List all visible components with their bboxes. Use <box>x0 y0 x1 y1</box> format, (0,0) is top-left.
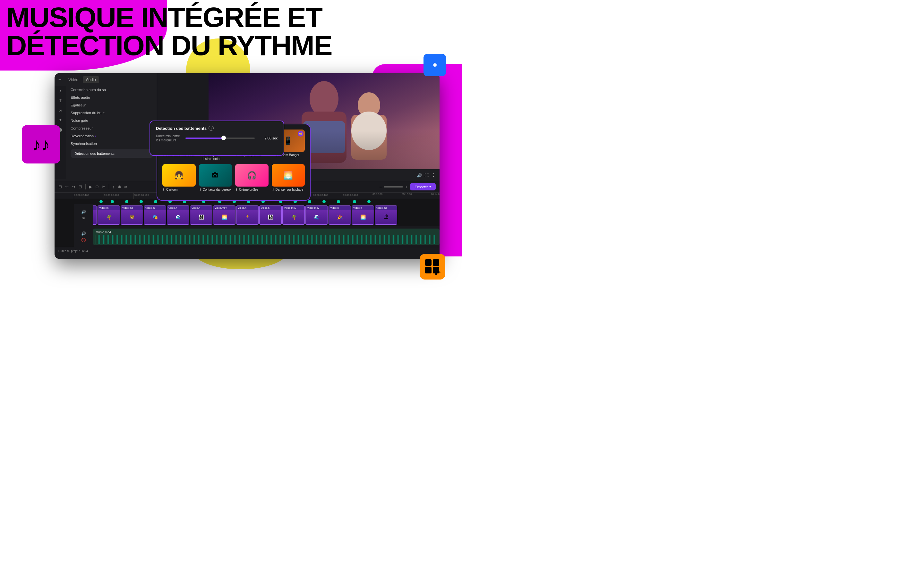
beat-slider-track[interactable] <box>186 137 255 139</box>
menu-egaliseur[interactable]: Égaliseur <box>66 101 157 109</box>
clip-8-label: Video.n <box>236 206 258 210</box>
volume-icon[interactable]: 🔊 <box>417 173 422 177</box>
cursor-tool-icon[interactable]: ▶ <box>89 184 92 189</box>
audio-volume-icon[interactable]: 🔊 <box>81 231 86 236</box>
zoom-in-button[interactable]: + <box>405 184 407 189</box>
track-container: 🔊 👁 Videc🏠 Video.m🌴 Video.mc🦁 Video.m🎭 V… <box>55 199 439 248</box>
track-danser[interactable]: 🌅 ⬇ Danser sur la plage <box>272 164 305 192</box>
clip-12-label: Video.n <box>329 206 351 210</box>
beat-detection-panel: Détection des battements i Durée min. en… <box>150 121 284 156</box>
track-danser-label: ⬇ Danser sur la plage <box>272 188 305 192</box>
note-sidebar-icon[interactable]: ♪ <box>59 89 61 93</box>
cut-tool-icon[interactable]: ✂ <box>102 184 105 189</box>
clip-3-label: Video.mc <box>121 206 143 210</box>
svg-rect-9 <box>425 267 431 274</box>
tab-video[interactable]: Vidéo <box>65 76 81 83</box>
track-cartoon-thumb: 👧 <box>162 164 196 187</box>
clip-5-label: Video.n <box>167 206 189 210</box>
beat-slider-thumb[interactable] <box>221 135 226 140</box>
beat-marker <box>337 200 340 203</box>
clip-9[interactable]: Video.n👨‍👩‍👧 <box>259 205 282 225</box>
clip-8[interactable]: Video.n🏃 <box>236 205 258 225</box>
clip-5[interactable]: Video.n🌊 <box>167 205 189 225</box>
audio-track-content: Music.mp4 <box>93 226 439 247</box>
menu-effets-audio[interactable]: Effets audio <box>66 93 157 101</box>
clip-8-thumb: 🏃 <box>236 210 258 224</box>
speed-icon[interactable]: ⊕ <box>118 184 121 189</box>
menu-correction-auto[interactable]: Correction auto du so <box>66 86 157 93</box>
clip-14[interactable]: Video.mc🏝 <box>375 205 397 225</box>
clip-4[interactable]: Video.m🎭 <box>144 205 166 225</box>
clip-13-label: Video.n <box>352 206 374 210</box>
track-creme-thumb: 🎧 <box>235 164 268 187</box>
eye-track-icon[interactable]: 👁 <box>81 216 86 221</box>
audio-waveform-container[interactable]: Music.mp4 <box>93 229 439 245</box>
clip-6[interactable]: Video.n👨‍👩‍👧 <box>190 205 212 225</box>
duration-label: Durée du projet : 06:24 <box>58 250 88 253</box>
svg-point-6 <box>351 111 387 150</box>
beat-marker <box>353 200 356 203</box>
clip-7-label: Video.mov <box>213 206 235 210</box>
fullscreen-icon[interactable]: ⛶ <box>425 173 429 177</box>
audio-mute-icon[interactable]: 🚫 <box>81 238 86 242</box>
video-track-controls: 🔊 👁 <box>74 204 93 226</box>
music-grid-row-2: 👧 ⬇ Cartoon 🏚 ⬇ Contacts dangereux 🎧 ⬇ C… <box>162 164 305 192</box>
track-contacts[interactable]: 🏚 ⬇ Contacts dangereux <box>199 164 232 192</box>
clip-6-thumb: 👨‍👩‍👧 <box>190 210 212 224</box>
speed-sidebar-icon[interactable]: ∞ <box>59 108 62 113</box>
cursor-badge <box>420 254 445 279</box>
beat-info-icon[interactable]: i <box>208 126 214 131</box>
zoom-slider[interactable] <box>384 186 403 187</box>
beat-marker <box>140 200 143 203</box>
menu-reverberation[interactable]: Réverbération <box>66 132 157 140</box>
zoom-out-button[interactable]: − <box>379 184 382 189</box>
audio-track-icon[interactable]: 🔊 <box>81 210 86 214</box>
ruler-mark-1: 00:00:00.160 <box>74 193 103 199</box>
text-sidebar-icon[interactable]: T <box>59 98 62 103</box>
audio-track-label: Music.mp4 <box>95 230 111 234</box>
save-icon[interactable]: ⊡ <box>79 184 82 189</box>
stars-button[interactable]: ✦ <box>423 54 446 76</box>
clip-12[interactable]: Video.n🎉 <box>328 205 351 225</box>
menu-suppression-bruit[interactable]: Suppression du bruit <box>66 109 157 117</box>
clip-11[interactable]: Video.mov🌊 <box>305 205 328 225</box>
clip-11-thumb: 🌊 <box>306 210 328 224</box>
music-note-icon: ♪♪ <box>32 134 50 155</box>
clip-11-label: Video.mov <box>306 206 328 210</box>
beat-panel-title: Détection des battements i <box>156 126 278 131</box>
menu-compresseur[interactable]: Compresseur <box>66 124 157 132</box>
clip-2[interactable]: Video.m🌴 <box>97 205 120 225</box>
toolbar-sep-2 <box>109 184 109 189</box>
redo-icon[interactable]: ↪ <box>72 184 75 189</box>
export-chevron-icon: ▾ <box>429 185 431 189</box>
menu-synchronisation[interactable]: Synchronisation <box>66 140 157 147</box>
clip-12-thumb: 🎉 <box>329 210 351 224</box>
more-options-icon[interactable]: ⋮ <box>431 172 436 177</box>
clip-3[interactable]: Video.mc🦁 <box>121 205 143 225</box>
clip-13[interactable]: Video.n🌅 <box>352 205 374 225</box>
clip-2-thumb: 🌴 <box>98 210 120 224</box>
track-cartoon[interactable]: 👧 ⬇ Cartoon <box>162 164 196 192</box>
effects-sidebar-icon[interactable]: ✦ <box>58 117 62 122</box>
track-creme[interactable]: 🎧 ⬇ Crème brûlée <box>235 164 268 192</box>
add-tab-icon[interactable]: + <box>58 77 61 83</box>
beat-slider-fill <box>186 137 224 139</box>
beat-marker <box>111 200 114 203</box>
ruler-mark-10: 00:00:00.160 <box>342 193 373 199</box>
link-icon[interactable]: ∞ <box>124 184 128 189</box>
undo-icon[interactable]: ↩ <box>65 184 69 189</box>
clip-14-label: Video.mc <box>375 206 397 210</box>
clip-7[interactable]: Video.mov🌅 <box>213 205 236 225</box>
tab-audio[interactable]: Audio <box>83 76 99 83</box>
main-title: MUSIQUE INTÉGRÉE ET DÉTECTION DU RYTHME <box>6 3 332 60</box>
trim-tool-icon[interactable]: ⊙ <box>95 184 99 189</box>
clip-10[interactable]: Video.mov🌴 <box>282 205 305 225</box>
ruler-right-2: 05:13:00 <box>402 193 412 199</box>
menu-noise-gate[interactable]: Noise gate <box>66 117 157 124</box>
split-icon[interactable]: ↕ <box>112 184 115 189</box>
clip-7-thumb: 🌅 <box>213 210 235 224</box>
layout-icon[interactable]: ⊞ <box>58 184 62 189</box>
export-button[interactable]: Exporter ▾ <box>410 183 436 190</box>
export-label: Exporter <box>415 185 428 189</box>
detection-battements-button[interactable]: Détection des battements <box>71 149 153 158</box>
